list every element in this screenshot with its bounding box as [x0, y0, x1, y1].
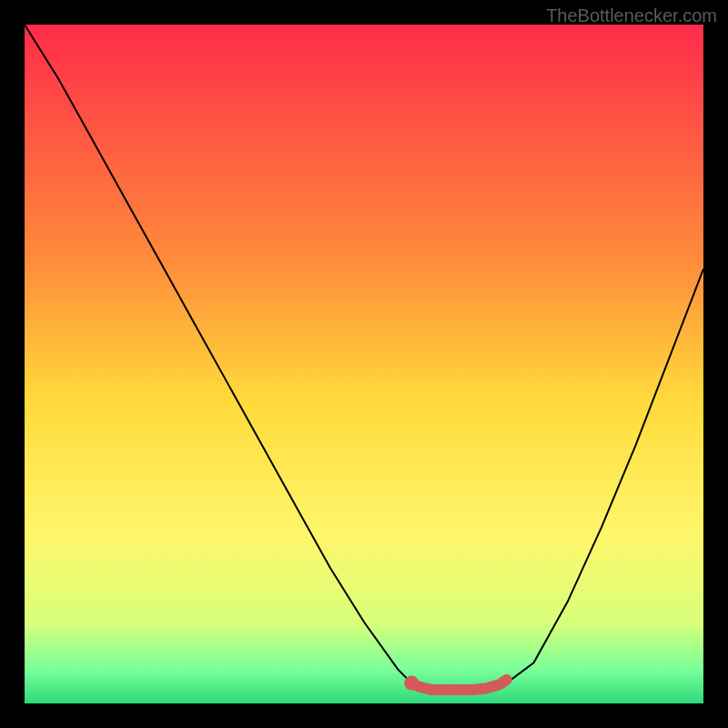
chart-background-gradient: [25, 25, 703, 703]
watermark-text: TheBottlenecker.com: [546, 5, 717, 26]
chart-svg: [25, 25, 703, 703]
optimal-zone-start-marker: [404, 676, 419, 691]
chart-plot-area: [25, 25, 703, 703]
